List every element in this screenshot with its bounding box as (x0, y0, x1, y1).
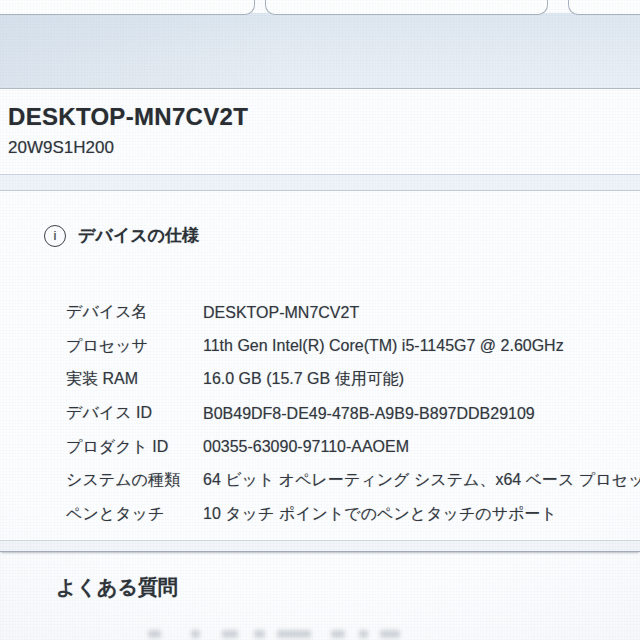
spec-label: プロダクト ID (66, 437, 203, 458)
faq-section-title: よくある質問 (56, 574, 178, 601)
top-card-stub-left (0, 0, 255, 15)
spec-label: デバイス名 (66, 302, 203, 323)
spec-value: DESKTOP-MN7CV2T (203, 304, 359, 322)
spec-row-device-id: デバイス ID B0B49DF8-DE49-478B-A9B9-B897DDB2… (66, 397, 640, 431)
spec-label: プロセッサ (66, 336, 203, 357)
spec-row-pen-and-touch: ペンとタッチ 10 タッチ ポイントでのペンとタッチのサポート (66, 498, 640, 532)
photo-shadow-band (0, 13, 640, 89)
spec-value: 10 タッチ ポイントでのペンとタッチのサポート (203, 504, 557, 525)
device-specs-table: デバイス名 DESKTOP-MN7CV2T プロセッサ 11th Gen Int… (66, 296, 640, 531)
spec-row-processor: プロセッサ 11th Gen Intel(R) Core(TM) i5-1145… (66, 330, 640, 364)
spec-row-installed-ram: 実装 RAM 16.0 GB (15.7 GB 使用可能) (66, 363, 640, 397)
cutoff-text-smudge-row (148, 628, 400, 640)
device-specs-title: デバイスの仕様 (78, 224, 199, 247)
spec-value: B0B49DF8-DE49-478B-A9B9-B897DDB29109 (203, 405, 535, 423)
spec-value: 64 ビット オペレーティング システム、x64 ベース プロセッサ (203, 470, 640, 491)
info-icon: i (44, 225, 66, 247)
spec-row-device-name: デバイス名 DESKTOP-MN7CV2T (66, 296, 640, 330)
spec-value: 11th Gen Intel(R) Core(TM) i5-1145G7 @ 2… (203, 337, 564, 355)
spec-value: 00355-63090-97110-AAOEM (203, 438, 409, 456)
spec-label: デバイス ID (66, 403, 203, 424)
device-model-number: 20W9S1H200 (8, 138, 114, 158)
settings-about-page-photo: DESKTOP-MN7CV2T 20W9S1H200 i デバイスの仕様 デバイ… (0, 0, 640, 640)
spec-row-system-type: システムの種類 64 ビット オペレーティング システム、x64 ベース プロセ… (66, 464, 640, 498)
spec-label: 実装 RAM (66, 369, 203, 390)
section-divider (0, 540, 640, 552)
device-name-heading: DESKTOP-MN7CV2T (8, 103, 248, 131)
top-card-stub-right (568, 0, 640, 15)
spec-label: システムの種類 (66, 470, 203, 491)
spec-row-product-id: プロダクト ID 00355-63090-97110-AAOEM (66, 430, 640, 464)
spec-label: ペンとタッチ (66, 504, 203, 525)
spec-value: 16.0 GB (15.7 GB 使用可能) (203, 369, 404, 390)
device-specs-section-header: i デバイスの仕様 (44, 224, 199, 247)
header-divider (0, 174, 640, 191)
top-card-stub-middle (265, 0, 548, 15)
